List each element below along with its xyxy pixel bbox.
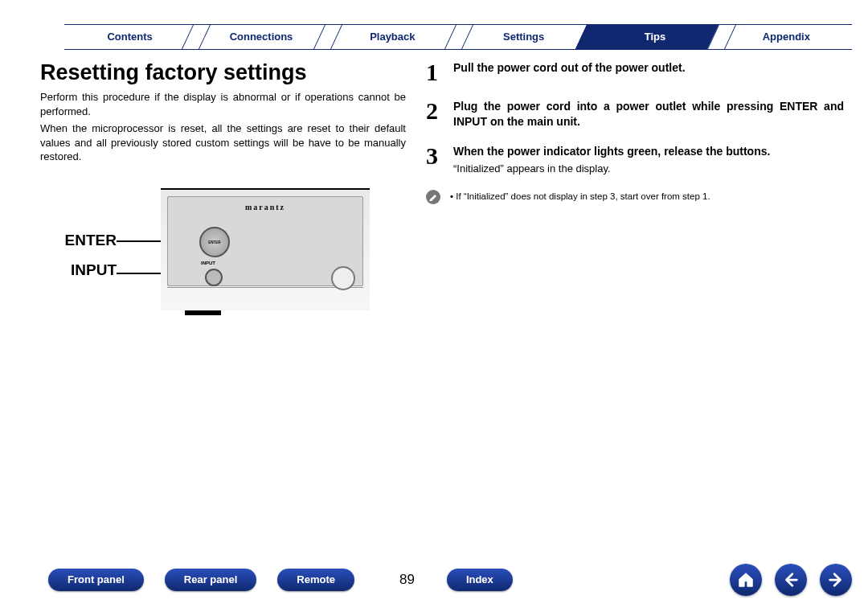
tab-tips[interactable]: Tips bbox=[589, 25, 720, 49]
step-body: Plug the power cord into a power outlet … bbox=[453, 99, 844, 129]
tab-connections[interactable]: Connections bbox=[195, 25, 326, 49]
step-1: 1 Pull the power cord out of the power o… bbox=[426, 60, 844, 84]
intro-para-1: Perform this procedure if the display is… bbox=[40, 90, 406, 118]
device-enter-button-graphic bbox=[199, 227, 230, 257]
home-icon bbox=[737, 571, 755, 589]
device-jack-graphic bbox=[331, 266, 355, 290]
device-brand: marantz bbox=[245, 203, 285, 212]
tab-label: Playback bbox=[370, 31, 415, 43]
device-graphic: marantz INPUT bbox=[161, 188, 370, 310]
arrow-right-icon bbox=[827, 571, 845, 589]
tab-label: Contents bbox=[107, 31, 152, 43]
intro-para-2: When the microprocessor is reset, all th… bbox=[40, 121, 406, 164]
step-body-text: When the power indicator lights green, r… bbox=[453, 145, 770, 158]
callout-lines bbox=[117, 188, 161, 317]
tab-label: Connections bbox=[230, 31, 293, 43]
next-button[interactable] bbox=[820, 564, 852, 596]
home-button[interactable] bbox=[730, 564, 762, 596]
note-icon bbox=[426, 190, 440, 204]
bottom-nav: Front panel Rear panel Remote 89 Index bbox=[48, 567, 852, 593]
link-front-panel[interactable]: Front panel bbox=[48, 569, 144, 591]
callout-enter: ENTER bbox=[40, 232, 117, 248]
step-body: When the power indicator lights green, r… bbox=[453, 144, 844, 175]
step-subtext: “Initialized” appears in the display. bbox=[453, 162, 844, 176]
step-number: 1 bbox=[426, 60, 453, 84]
left-column: Resetting factory settings Perform this … bbox=[40, 60, 426, 556]
link-index[interactable]: Index bbox=[447, 569, 513, 591]
right-column: 1 Pull the power cord out of the power o… bbox=[426, 60, 844, 556]
callout-labels: ENTER INPUT bbox=[40, 188, 117, 292]
device-illustration: ENTER INPUT marantz INPUT bbox=[40, 188, 406, 317]
tab-playback[interactable]: Playback bbox=[327, 25, 458, 49]
link-rear-panel[interactable]: Rear panel bbox=[165, 569, 256, 591]
note: If “Initialized” does not display in ste… bbox=[426, 190, 844, 204]
tab-appendix[interactable]: Appendix bbox=[721, 25, 852, 49]
page-number: 89 bbox=[399, 572, 415, 588]
step-number: 3 bbox=[426, 144, 453, 175]
step-3: 3 When the power indicator lights green,… bbox=[426, 144, 844, 175]
tab-label: Tips bbox=[645, 31, 666, 43]
content: Resetting factory settings Perform this … bbox=[40, 60, 844, 556]
step-body: Pull the power cord out of the power out… bbox=[453, 60, 844, 84]
tab-label: Settings bbox=[503, 31, 544, 43]
page-title: Resetting factory settings bbox=[40, 60, 406, 85]
tab-label: Appendix bbox=[763, 31, 810, 43]
link-remote[interactable]: Remote bbox=[277, 569, 354, 591]
step-2: 2 Plug the power cord into a power outle… bbox=[426, 99, 844, 129]
tab-contents[interactable]: Contents bbox=[64, 25, 195, 49]
tab-settings[interactable]: Settings bbox=[458, 25, 589, 49]
device-input-button-graphic bbox=[205, 269, 223, 286]
prev-button[interactable] bbox=[775, 564, 807, 596]
step-number: 2 bbox=[426, 99, 453, 129]
top-nav: Contents Connections Playback Settings T… bbox=[64, 24, 852, 50]
callout-input: INPUT bbox=[40, 262, 117, 277]
arrow-left-icon bbox=[782, 571, 800, 589]
note-text: If “Initialized” does not display in ste… bbox=[450, 190, 710, 203]
